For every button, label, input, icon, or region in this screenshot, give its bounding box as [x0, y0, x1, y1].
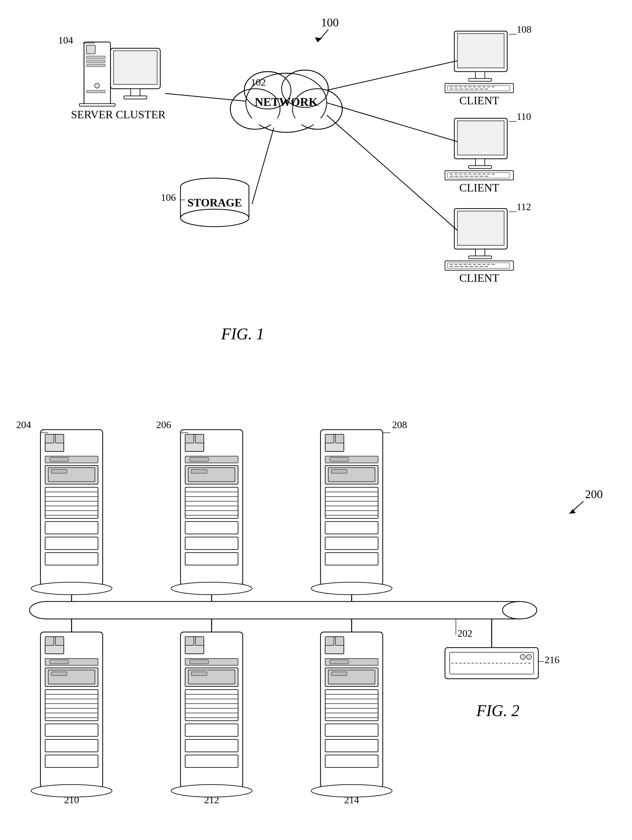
svg-rect-55	[469, 256, 492, 259]
svg-rect-111	[325, 434, 334, 443]
svg-rect-186	[325, 724, 378, 736]
svg-rect-84	[45, 537, 98, 549]
svg-rect-75	[51, 469, 67, 473]
ref-214-label: 214	[344, 794, 359, 805]
ref-212-label: 212	[204, 794, 219, 805]
server-208: 208	[311, 419, 407, 595]
svg-rect-172	[325, 637, 334, 646]
svg-rect-158	[191, 672, 207, 676]
svg-rect-153	[195, 637, 204, 646]
svg-rect-135	[50, 660, 68, 664]
svg-rect-148	[45, 755, 98, 767]
svg-rect-40	[476, 72, 485, 79]
ref-210-label: 210	[64, 794, 79, 805]
network-cloud: NETWORK 102	[230, 70, 342, 132]
svg-rect-96	[191, 469, 207, 473]
server-204: 204	[16, 419, 112, 595]
svg-rect-39	[457, 34, 504, 68]
fig2-title: FIG. 2	[476, 702, 520, 720]
page: 100	[0, 0, 632, 840]
svg-rect-72	[50, 457, 68, 461]
storage-network-line	[252, 128, 274, 204]
svg-point-193	[520, 654, 525, 659]
svg-rect-21	[131, 89, 140, 96]
svg-rect-147	[45, 739, 98, 752]
storage-label: STORAGE	[188, 196, 242, 209]
svg-rect-168	[185, 755, 238, 767]
svg-rect-125	[325, 521, 378, 534]
svg-rect-24	[87, 45, 95, 54]
network-label: NETWORK	[255, 95, 318, 108]
svg-rect-69	[45, 434, 54, 443]
bus: 202	[30, 602, 537, 639]
server-210: 210	[31, 632, 112, 805]
client-110-text: CLIENT	[459, 182, 499, 194]
ref-202: 202	[457, 628, 472, 639]
svg-rect-187	[325, 739, 378, 752]
svg-rect-104	[185, 521, 238, 534]
svg-rect-188	[325, 755, 378, 767]
svg-rect-114	[330, 457, 348, 461]
svg-rect-43	[448, 85, 510, 91]
svg-rect-133	[55, 637, 64, 646]
ref-206-label: 206	[156, 419, 171, 430]
svg-rect-127	[325, 553, 378, 565]
fig2-container: 200 202	[16, 405, 632, 828]
fig1-container: 100	[31, 13, 616, 371]
svg-point-36	[180, 209, 249, 227]
svg-rect-112	[336, 434, 344, 443]
svg-rect-138	[51, 672, 67, 676]
svg-rect-20	[113, 51, 157, 84]
svg-rect-27	[87, 64, 105, 66]
client-110: 110 CLIENT	[445, 111, 531, 194]
svg-rect-26	[87, 60, 105, 63]
ref-110-label: 110	[517, 111, 531, 122]
client-108-text: CLIENT	[459, 94, 499, 107]
svg-rect-85	[45, 553, 98, 565]
svg-rect-106	[185, 553, 238, 565]
svg-rect-146	[45, 724, 98, 736]
net-client108-line	[327, 61, 457, 90]
svg-rect-25	[87, 56, 105, 58]
ref-200: 200	[585, 488, 603, 501]
ref-112-label: 112	[517, 201, 531, 212]
net-client110-line	[327, 103, 457, 142]
ref-100: 100	[321, 16, 339, 29]
ref-216-label: 216	[545, 654, 560, 665]
server-206: 206	[156, 419, 252, 595]
svg-rect-46	[457, 121, 504, 155]
svg-point-86	[31, 582, 112, 595]
server-212: 212	[171, 632, 252, 805]
svg-rect-48	[469, 166, 492, 169]
svg-rect-90	[185, 434, 194, 443]
svg-rect-126	[325, 537, 378, 549]
svg-point-65	[503, 602, 537, 619]
svg-rect-54	[476, 249, 485, 256]
svg-rect-152	[185, 637, 194, 646]
fig1-title: FIG. 1	[221, 325, 265, 343]
device-216: 216	[445, 647, 560, 679]
storage: STORAGE 106	[161, 178, 249, 227]
svg-point-28	[95, 83, 99, 88]
ref-204-label: 204	[16, 419, 31, 430]
svg-rect-57	[448, 263, 510, 268]
server-cluster-label: SERVER CLUSTER	[71, 108, 165, 121]
server-cluster: 104 SERVER CLUSTER	[58, 35, 165, 121]
svg-rect-105	[185, 537, 238, 549]
net-client112-line	[327, 115, 457, 231]
ref-106-label: 106	[161, 192, 176, 203]
ref-108-label: 108	[517, 24, 531, 35]
svg-rect-178	[331, 672, 347, 676]
svg-rect-83	[45, 521, 98, 534]
svg-rect-29	[87, 90, 105, 93]
svg-rect-173	[336, 637, 344, 646]
svg-rect-41	[469, 79, 492, 81]
svg-rect-167	[185, 739, 238, 752]
svg-rect-62	[47, 602, 520, 619]
svg-rect-132	[45, 637, 54, 646]
svg-rect-175	[330, 660, 348, 664]
server-214: 214	[311, 632, 392, 805]
svg-point-107	[171, 582, 252, 595]
svg-marker-60	[569, 509, 576, 514]
svg-rect-70	[55, 434, 64, 443]
